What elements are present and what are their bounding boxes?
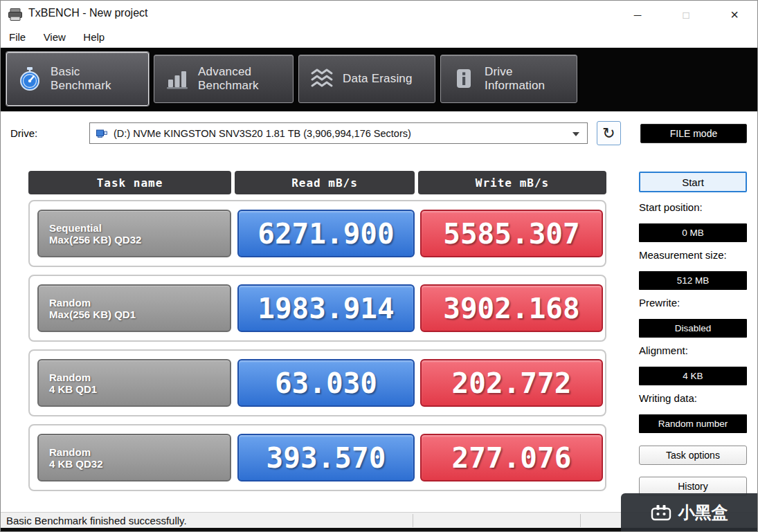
stopwatch-icon [17, 66, 42, 91]
task-name-button[interactable]: RandomMax(256 KB) QD1 [37, 284, 231, 332]
watermark-text: 小黑盒 [678, 502, 728, 524]
bar-chart-icon [165, 66, 190, 91]
field-value[interactable]: 0 MB [639, 223, 747, 242]
benchmark-row: Random4 KB QD163.030202.772 [28, 349, 606, 416]
write-value: 3902.168 [420, 284, 603, 332]
tab-label: AdvancedBenchmark [198, 65, 259, 93]
field-value[interactable]: Disabled [639, 319, 747, 338]
write-value: 5585.307 [420, 210, 603, 257]
info-icon [451, 66, 476, 91]
field-label: Measurement size: [639, 249, 727, 261]
read-value: 1983.914 [237, 284, 415, 332]
benchmark-row: Random4 KB QD32393.570277.076 [28, 424, 606, 491]
tab-basic-benchmark[interactable]: BasicBenchmark [6, 52, 149, 106]
tab-label: BasicBenchmark [51, 65, 111, 93]
app-icon [8, 8, 23, 21]
benchmark-rows: SequentialMax(256 KB) QD326271.9005585.3… [28, 200, 606, 499]
field-value[interactable]: 4 KB [639, 367, 747, 385]
task-name-button[interactable]: Random4 KB QD32 [37, 434, 231, 481]
sidebar: Start Start position:0 MBMeasurement siz… [639, 1, 747, 532]
column-header-task: Task name [28, 171, 231, 194]
txbench-window: TxBENCH - New project ─ □ × File View He… [0, 0, 758, 532]
field-label: Writing data: [639, 392, 697, 404]
read-value: 393.570 [237, 434, 415, 481]
drive-icon [95, 127, 109, 140]
chevron-down-icon [572, 132, 579, 136]
status-separator [413, 514, 413, 527]
tab-drive-information[interactable]: DriveInformation [440, 55, 577, 103]
task-name-button[interactable]: SequentialMax(256 KB) QD32 [37, 210, 231, 257]
field-value[interactable]: Random number [639, 414, 747, 433]
start-button[interactable]: Start [639, 172, 747, 192]
refresh-icon: ↻ [602, 126, 615, 141]
benchmark-row: SequentialMax(256 KB) QD326271.9005585.3… [28, 200, 606, 267]
read-value: 63.030 [237, 359, 415, 407]
window-title: TxBENCH - New project [28, 7, 147, 19]
field-value[interactable]: 512 MB [639, 271, 747, 290]
read-value: 6271.900 [237, 210, 415, 257]
drive-label: Drive: [10, 127, 37, 139]
task-name-button[interactable]: Random4 KB QD1 [37, 359, 231, 407]
tab-advanced-benchmark[interactable]: AdvancedBenchmark [154, 55, 294, 103]
drive-selected-value: (D:) NVMe KINGSTON SNV3S20 1.81 TB (3,90… [114, 128, 411, 139]
field-label: Alignment: [639, 345, 688, 356]
benchmark-row: RandomMax(256 KB) QD11983.9143902.168 [28, 275, 606, 342]
write-value: 277.076 [420, 434, 603, 481]
gamepad-icon [651, 504, 671, 522]
data-erase-icon [309, 66, 334, 91]
menu-help[interactable]: Help [77, 28, 111, 46]
tab-label: DriveInformation [485, 65, 545, 93]
status-separator [580, 514, 581, 527]
task-options-button[interactable]: Task options [639, 446, 747, 465]
watermark: 小黑盒 [621, 493, 757, 531]
field-label: Start position: [639, 201, 703, 213]
menu-view[interactable]: View [37, 28, 72, 46]
field-label: Prewrite: [639, 297, 680, 309]
tab-label: Data Erasing [343, 72, 413, 86]
menu-file[interactable]: File [3, 28, 32, 46]
tab-data-erasing[interactable]: Data Erasing [298, 55, 435, 103]
column-header-read: Read mB/s [235, 171, 415, 194]
refresh-drives-button[interactable]: ↻ [597, 121, 621, 145]
write-value: 202.772 [420, 359, 603, 407]
status-message: Basic Benchmark finished successfully. [6, 515, 187, 526]
column-header-write: Write mB/s [418, 171, 606, 194]
drive-select[interactable]: (D:) NVMe KINGSTON SNV3S20 1.81 TB (3,90… [89, 122, 588, 144]
